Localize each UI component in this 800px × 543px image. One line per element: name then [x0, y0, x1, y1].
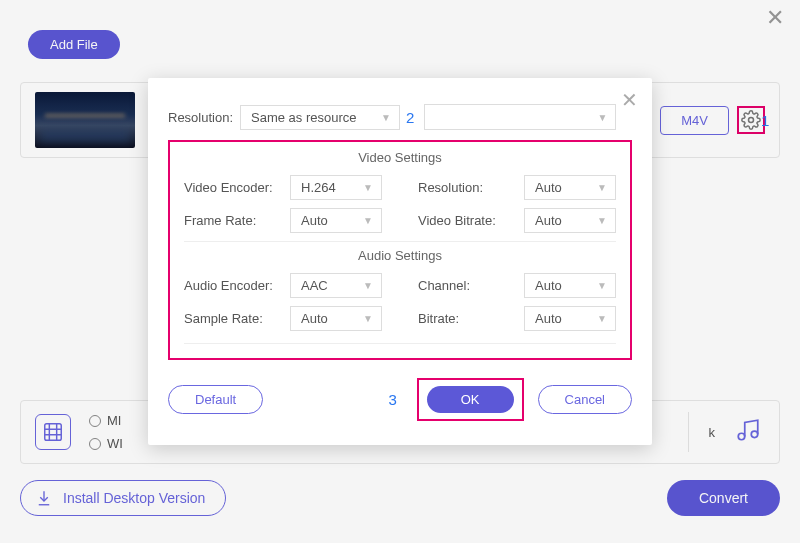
- default-label: Default: [195, 392, 236, 407]
- video-bitrate-field: Video Bitrate: Auto ▼: [418, 208, 616, 233]
- video-encoder-label: Video Encoder:: [184, 180, 284, 195]
- sample-rate-label: Sample Rate:: [184, 311, 284, 326]
- channel-value: Auto: [535, 278, 562, 293]
- ok-label: OK: [461, 392, 480, 407]
- ok-button[interactable]: OK: [427, 386, 514, 413]
- divider: [688, 412, 689, 452]
- audio-encoder-field: Audio Encoder: AAC ▼: [184, 273, 382, 298]
- video-row-2: Frame Rate: Auto ▼ Video Bitrate: Auto ▼: [184, 208, 616, 233]
- radio-icon: [89, 438, 101, 450]
- svg-point-0: [749, 118, 754, 123]
- chevron-down-icon: ▼: [363, 182, 373, 193]
- video-row-1: Video Encoder: H.264 ▼ Resolution: Auto …: [184, 175, 616, 200]
- chevron-down-icon: ▼: [363, 280, 373, 291]
- chevron-down-icon: ▼: [363, 313, 373, 324]
- radio-option-2[interactable]: WI: [89, 436, 123, 451]
- audio-bitrate-select[interactable]: Auto ▼: [524, 306, 616, 331]
- audio-bitrate-label: Bitrate:: [418, 311, 518, 326]
- add-file-label: Add File: [50, 37, 98, 52]
- window-close-icon[interactable]: ✕: [763, 6, 787, 30]
- video-bitrate-value: Auto: [535, 213, 562, 228]
- settings-container: Video Settings Video Encoder: H.264 ▼ Re…: [168, 140, 632, 360]
- chevron-down-icon: ▼: [597, 215, 607, 226]
- install-desktop-button[interactable]: Install Desktop Version: [20, 480, 226, 516]
- channel-select[interactable]: Auto ▼: [524, 273, 616, 298]
- radio-option-1[interactable]: MI: [89, 413, 123, 428]
- audio-row-2: Sample Rate: Auto ▼ Bitrate: Auto ▼: [184, 306, 616, 331]
- frame-rate-select[interactable]: Auto ▼: [290, 208, 382, 233]
- secondary-select[interactable]: ▼: [424, 104, 616, 130]
- install-label: Install Desktop Version: [63, 490, 205, 506]
- channel-label: Channel:: [418, 278, 518, 293]
- annotation-2: 2: [406, 109, 414, 126]
- default-button[interactable]: Default: [168, 385, 263, 414]
- audio-output-icon[interactable]: [735, 417, 765, 447]
- svg-point-6: [738, 433, 745, 440]
- frame-rate-field: Frame Rate: Auto ▼: [184, 208, 382, 233]
- audio-encoder-label: Audio Encoder:: [184, 278, 284, 293]
- chevron-down-icon: ▼: [597, 182, 607, 193]
- sample-rate-field: Sample Rate: Auto ▼: [184, 306, 382, 331]
- frame-rate-label: Frame Rate:: [184, 213, 284, 228]
- cancel-label: Cancel: [565, 392, 605, 407]
- add-file-button[interactable]: Add File: [28, 30, 120, 59]
- radio-icon: [89, 415, 101, 427]
- ok-highlight: OK: [417, 378, 524, 421]
- audio-row-1: Audio Encoder: AAC ▼ Channel: Auto ▼: [184, 273, 616, 298]
- settings-modal: ✕ Resolution: Same as resource ▼ 2 ▼ Vid…: [148, 78, 652, 445]
- modal-footer: Default 3 OK Cancel: [168, 378, 632, 421]
- modal-close-button[interactable]: ✕: [621, 88, 638, 112]
- download-icon: [35, 489, 53, 507]
- close-glyph: ✕: [766, 5, 784, 31]
- video-encoder-select[interactable]: H.264 ▼: [290, 175, 382, 200]
- music-icon: [735, 417, 761, 443]
- audio-settings-title: Audio Settings: [184, 241, 616, 263]
- annotation-3: 3: [388, 391, 396, 408]
- close-glyph: ✕: [621, 89, 638, 111]
- video-resolution-select[interactable]: Auto ▼: [524, 175, 616, 200]
- radio-options: MI WI: [89, 413, 123, 451]
- gear-icon: [741, 110, 761, 130]
- audio-encoder-select[interactable]: AAC ▼: [290, 273, 382, 298]
- resolution-select[interactable]: Same as resource ▼: [240, 105, 400, 130]
- resolution-row: Resolution: Same as resource ▼ 2 ▼: [168, 104, 632, 130]
- chevron-down-icon: ▼: [597, 112, 607, 123]
- audio-encoder-value: AAC: [301, 278, 328, 293]
- convert-label: Convert: [699, 490, 748, 506]
- film-icon: [42, 421, 64, 443]
- video-resolution-label: Resolution:: [418, 180, 518, 195]
- resolution-label: Resolution:: [168, 110, 240, 125]
- channel-field: Channel: Auto ▼: [418, 273, 616, 298]
- divider: [184, 343, 616, 344]
- annotation-1: 1: [761, 112, 769, 129]
- radio-label-1: MI: [107, 413, 121, 428]
- chevron-down-icon: ▼: [597, 313, 607, 324]
- format-label: M4V: [681, 113, 708, 128]
- audio-bitrate-field: Bitrate: Auto ▼: [418, 306, 616, 331]
- svg-point-7: [751, 431, 758, 438]
- chevron-down-icon: ▼: [381, 112, 391, 123]
- video-resolution-field: Resolution: Auto ▼: [418, 175, 616, 200]
- frame-rate-value: Auto: [301, 213, 328, 228]
- video-settings-title: Video Settings: [184, 150, 616, 165]
- radio-label-2: WI: [107, 436, 123, 451]
- chevron-down-icon: ▼: [363, 215, 373, 226]
- cancel-button[interactable]: Cancel: [538, 385, 632, 414]
- video-bitrate-label: Video Bitrate:: [418, 213, 518, 228]
- convert-button[interactable]: Convert: [667, 480, 780, 516]
- video-encoder-value: H.264: [301, 180, 336, 195]
- video-thumbnail: [35, 92, 135, 148]
- sample-rate-value: Auto: [301, 311, 328, 326]
- bottom-k-text: k: [709, 425, 716, 440]
- video-resolution-value: Auto: [535, 180, 562, 195]
- chevron-down-icon: ▼: [597, 280, 607, 291]
- audio-bitrate-value: Auto: [535, 311, 562, 326]
- output-format-selector[interactable]: M4V: [660, 106, 729, 135]
- video-output-icon[interactable]: [35, 414, 71, 450]
- svg-rect-1: [45, 424, 62, 441]
- sample-rate-select[interactable]: Auto ▼: [290, 306, 382, 331]
- video-encoder-field: Video Encoder: H.264 ▼: [184, 175, 382, 200]
- resolution-value: Same as resource: [251, 110, 357, 125]
- video-bitrate-select[interactable]: Auto ▼: [524, 208, 616, 233]
